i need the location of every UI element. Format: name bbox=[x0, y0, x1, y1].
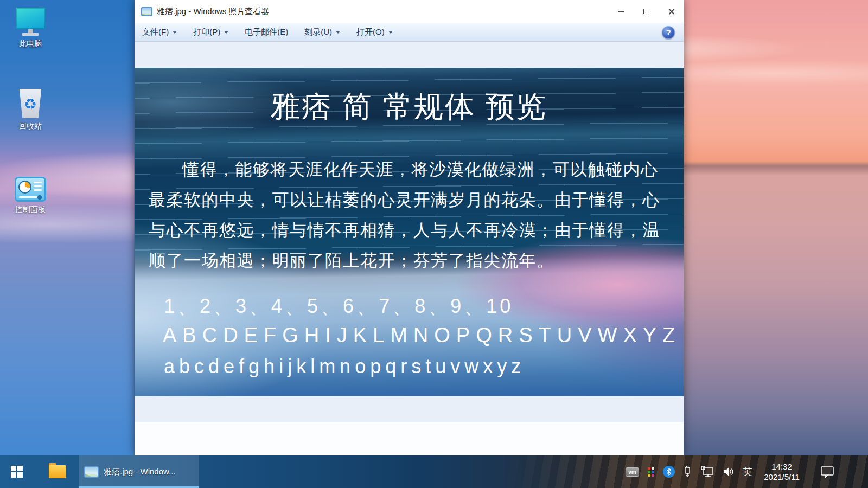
minimize-icon bbox=[618, 11, 624, 12]
chevron-down-icon bbox=[173, 31, 177, 34]
caption-buttons bbox=[609, 0, 684, 23]
desktop-icon-this-pc[interactable]: 此电脑 bbox=[0, 8, 61, 49]
menu-file[interactable]: 文件(F) bbox=[142, 27, 177, 37]
clock-time: 14:32 bbox=[760, 461, 804, 472]
taskbar-clock[interactable]: 14:32 2021/5/11 bbox=[760, 461, 804, 482]
action-center-icon[interactable] bbox=[820, 465, 835, 479]
network-icon[interactable] bbox=[700, 465, 715, 478]
chevron-down-icon bbox=[224, 31, 228, 34]
title-bar[interactable]: 雅痞.jpg - Windows 照片查看器 bbox=[135, 0, 684, 23]
control-panel-icon bbox=[15, 177, 46, 202]
start-button[interactable] bbox=[0, 455, 34, 488]
menu-burn[interactable]: 刻录(U) bbox=[304, 27, 340, 37]
taskbar-task-photo-viewer[interactable]: 雅痞.jpg - Window... bbox=[79, 455, 199, 488]
bluetooth-icon[interactable] bbox=[663, 466, 675, 478]
vmware-tray-icon[interactable]: vm bbox=[626, 467, 639, 477]
menu-bar: 文件(F) 打印(P) 电子邮件(E) 刻录(U) 打开(O) ? bbox=[135, 23, 684, 42]
desktop-icon-control-panel[interactable]: 控制面板 bbox=[0, 177, 61, 215]
window-title: 雅痞.jpg - Windows 照片查看器 bbox=[157, 7, 270, 17]
menu-email[interactable]: 电子邮件(E) bbox=[245, 27, 288, 37]
minimize-button[interactable] bbox=[609, 0, 634, 23]
photo-text-line: 懂得，能够将天涯化作天涯，将沙漠化做绿洲，可以触碰内心 bbox=[149, 155, 669, 185]
photo-lowercase-line: abcdefghijklmnopqrstuvwxyz bbox=[164, 355, 525, 378]
chevron-down-icon bbox=[336, 31, 340, 34]
maximize-icon bbox=[643, 9, 649, 14]
chevron-down-icon bbox=[388, 31, 393, 34]
viewer-content-area: 雅痞 简 常规体 预览 懂得，能够将天涯化作天涯，将沙漠化做绿洲，可以触碰内心 … bbox=[135, 42, 684, 455]
photo-viewer-app-icon bbox=[141, 7, 152, 16]
speaker-icon[interactable] bbox=[722, 466, 736, 478]
system-tray: vm bbox=[626, 455, 868, 488]
photo-numbers-line: 1、2、3、4、5、6、7、8、9、10 bbox=[164, 293, 513, 320]
displayed-photo: 雅痞 简 常规体 预览 懂得，能够将天涯化作天涯，将沙漠化做绿洲，可以触碰内心 … bbox=[135, 68, 684, 396]
desktop-icon-label: 回收站 bbox=[0, 121, 61, 131]
taskbar-task-label: 雅痞.jpg - Window... bbox=[104, 467, 176, 477]
menu-open[interactable]: 打开(O) bbox=[356, 27, 393, 37]
close-button[interactable] bbox=[659, 0, 684, 23]
windows-logo-icon bbox=[11, 466, 23, 478]
photo-uppercase-line: ABCDEFGHIJKLMNOPQRSTUVWXYZ bbox=[163, 324, 681, 347]
this-pc-icon bbox=[0, 8, 61, 36]
photo-heading-text: 雅痞 简 常规体 预览 bbox=[135, 87, 684, 127]
taskbar: 雅痞.jpg - Window... vm bbox=[0, 455, 868, 488]
folder-icon bbox=[49, 465, 66, 478]
recycle-bin-icon: ♻ bbox=[18, 89, 43, 118]
input-method-indicator[interactable]: 英 bbox=[743, 466, 752, 478]
desktop-icon-label: 此电脑 bbox=[0, 39, 61, 49]
help-button[interactable]: ? bbox=[662, 26, 675, 39]
photo-text-line: 与心不再悠远，情与情不再相猜，人与人不再冷漠；由于懂得，温 bbox=[149, 215, 669, 246]
taskbar-file-explorer-button[interactable] bbox=[42, 455, 73, 488]
photo-viewer-app-icon bbox=[84, 466, 99, 478]
photo-text-line: 最柔软的中央，可以让枯萎的心灵开满岁月的花朵。由于懂得，心 bbox=[149, 185, 669, 215]
colored-grid-tray-icon[interactable] bbox=[646, 467, 656, 477]
toolbar-strip bbox=[135, 422, 684, 455]
maximize-button[interactable] bbox=[634, 0, 659, 23]
photo-paragraph: 懂得，能够将天涯化作天涯，将沙漠化做绿洲，可以触碰内心 最柔软的中央，可以让枯萎… bbox=[135, 155, 684, 276]
clock-date: 2021/5/11 bbox=[760, 472, 804, 482]
close-icon bbox=[668, 8, 675, 15]
desktop-icon-recycle-bin[interactable]: ♻ 回收站 bbox=[0, 89, 61, 131]
photo-text-line: 顺了一场相遇；明丽了陌上花开；芬芳了指尖流年。 bbox=[149, 246, 669, 276]
photo-viewer-window: 雅痞.jpg - Windows 照片查看器 文件(F) 打印(P) 电子邮件(… bbox=[135, 0, 684, 455]
usb-eject-icon[interactable] bbox=[682, 465, 693, 478]
show-desktop-button[interactable] bbox=[863, 455, 868, 488]
menu-print[interactable]: 打印(P) bbox=[193, 27, 228, 37]
desktop-icon-label: 控制面板 bbox=[0, 205, 61, 215]
